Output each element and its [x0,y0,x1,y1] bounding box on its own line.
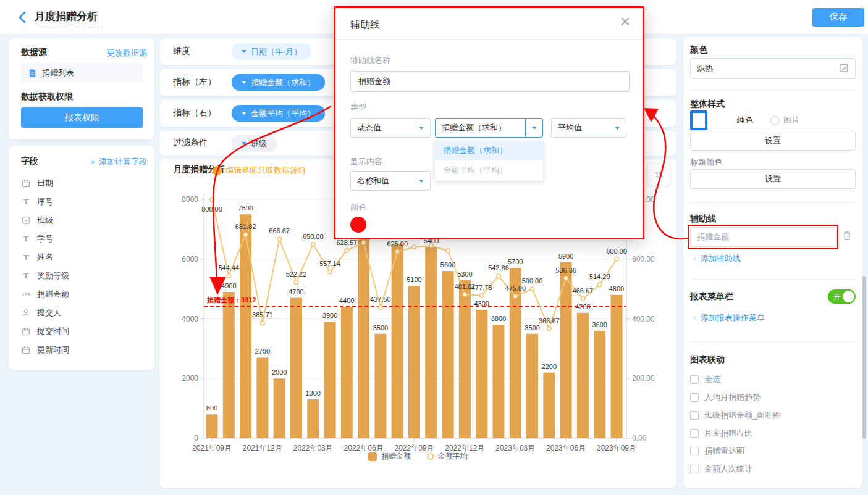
svg-text:522.22: 522.22 [286,270,307,278]
filter-pill[interactable]: 班级 [232,135,277,152]
save-button[interactable]: 保存 [812,8,864,27]
linkage-item[interactable]: 捐赠雷达图 [690,442,856,460]
aux-name-input[interactable]: 捐赠金额 [350,71,630,92]
report-menu-toggle[interactable]: 开 [828,289,856,304]
svg-text:600.00: 600.00 [632,255,655,264]
add-calc-field-link[interactable]: ＋ 添加计算字段 [88,156,147,167]
svg-text:500.00: 500.00 [522,277,543,285]
fields-list: 日期T序号班级T学号T姓名T奖励等级123捐赠金额提交人提交时间更新时间 [17,174,150,359]
field-item[interactable]: 班级 [17,211,150,230]
dimension-pill[interactable]: 日期（年-月） [232,43,311,60]
svg-text:5700: 5700 [508,258,523,265]
background-settings-button[interactable]: 设置 [690,131,856,151]
field-item[interactable]: 123捐赠金额 [17,285,150,304]
svg-text:625.00: 625.00 [387,240,408,248]
datasource-name: 捐赠列表 [42,67,74,78]
linkage-item[interactable]: 人均月捐赠趋势 [690,388,856,406]
svg-text:400.00: 400.00 [632,315,655,323]
calendar-icon [21,346,31,354]
legend-item-bar[interactable]: 捐赠金额 [368,451,411,462]
title-color-settings-button[interactable]: 设置 [690,169,856,189]
svg-text:2200: 2200 [542,363,557,370]
field-item[interactable]: 提交人 [17,304,150,322]
metric-select[interactable]: 捐赠金额（求和） [435,118,543,138]
document-icon [27,69,37,78]
edit-icon[interactable] [839,63,849,75]
svg-text:650.00: 650.00 [303,233,324,240]
aux-line-heading: 辅助线 [690,214,856,225]
checkbox-icon[interactable] [690,429,699,438]
divider [690,202,856,203]
metric-left-pill[interactable]: 捐赠金额（求和） [232,74,325,91]
svg-text:7500: 7500 [238,204,253,212]
svg-text:544.44: 544.44 [218,264,239,272]
datasource-item[interactable]: 捐赠列表 [21,63,143,83]
field-item[interactable]: 更新时间 [17,341,150,359]
checkbox-icon[interactable] [690,411,699,420]
modal-title: 辅助线 [350,19,380,31]
linkage-select-all[interactable]: 全选 [690,370,856,388]
color-theme-input[interactable]: 炽热 [690,58,856,79]
svg-text:捐赠金额：4412: 捐赠金额：4412 [206,296,256,304]
linkage-list: 人均月捐赠趋势班级捐赠金额_面积图月度捐赠占比捐赠雷达图金额人次统计 [690,388,856,478]
dimension-label: 维度 [173,46,190,57]
add-aux-line-link[interactable]: ＋ 添加辅助线 [690,253,856,264]
close-icon[interactable]: × [620,13,630,30]
svg-text:5300: 5300 [457,270,472,278]
linkage-item[interactable]: 金额人次统计 [690,460,856,478]
metric-right-pill[interactable]: 金额平均（平均） [232,105,325,122]
checkbox-icon[interactable] [690,465,699,473]
report-permission-button[interactable]: 报表权限 [21,107,143,128]
vertical-scrollbar[interactable] [862,276,866,439]
text-icon: T [21,252,31,262]
agg-select[interactable]: 平均值 [551,118,626,138]
number-icon: 123 [21,292,31,297]
dropdown-option[interactable]: 捐赠金额（求和） [435,141,543,160]
svg-text:0: 0 [194,434,198,443]
radio-image-label[interactable]: 图片 [783,115,799,126]
calendar-icon [21,179,31,188]
report-editor: 月度捐赠分析 保存 数据源 更改数据源 捐赠列表 数据获取权限 报表权限 字段 … [0,0,868,495]
color-swatch[interactable] [350,217,366,233]
divider [690,279,856,280]
trash-icon[interactable] [841,230,853,244]
checkbox-icon[interactable] [690,447,699,455]
fields-panel: 字段 ＋ 添加计算字段 日期T序号班级T学号T姓名T奖励等级123捐赠金额提交人… [9,146,154,370]
svg-text:557.14: 557.14 [319,260,340,267]
linkage-item[interactable]: 月度捐赠占比 [690,424,856,442]
display-label: 显示内容 [350,156,382,167]
field-item[interactable]: T学号 [17,230,150,248]
radio-image[interactable] [770,116,780,125]
svg-text:5100: 5100 [407,276,421,283]
color-label: 颜色 [350,202,366,213]
checkbox-icon[interactable] [690,375,699,384]
type-select[interactable]: 动态值 [350,118,431,138]
dropdown-option[interactable]: 金额平均（平均） [435,160,543,180]
linkage-item[interactable]: 班级捐赠金额_面积图 [690,406,856,424]
checkbox-icon[interactable] [690,393,699,402]
legend-item-line[interactable]: 金额平均 [427,451,468,462]
field-item[interactable]: T奖励等级 [17,267,150,285]
field-item[interactable]: 提交时间 [17,322,150,341]
display-select[interactable]: 名称和值 [350,171,431,191]
add-report-menu-link[interactable]: ＋ 添加报表操作菜单 [690,312,856,323]
svg-text:4800: 4800 [609,285,624,293]
radio-solid-label[interactable]: 纯色 [737,115,753,126]
background-row: 背景 纯色 图片 [690,115,856,126]
field-item[interactable]: T序号 [17,193,150,211]
back-icon[interactable] [16,10,30,24]
svg-text:666.67: 666.67 [269,227,290,235]
change-datasource-link[interactable]: 更改数据源 [107,48,147,59]
text-icon: T [21,197,31,207]
person-icon [21,309,31,317]
field-item[interactable]: T姓名 [17,248,150,267]
svg-text:542.86: 542.86 [488,264,509,272]
svg-text:2700: 2700 [255,347,270,355]
svg-text:8000: 8000 [182,195,198,204]
radio-solid-color[interactable] [690,110,707,130]
svg-text:4700: 4700 [289,288,303,296]
field-item[interactable]: 日期 [17,174,150,193]
chart-linkage-heading: 图表联动 [690,354,856,365]
svg-text:536.36: 536.36 [555,267,576,274]
svg-text:0.00: 0.00 [632,434,647,443]
